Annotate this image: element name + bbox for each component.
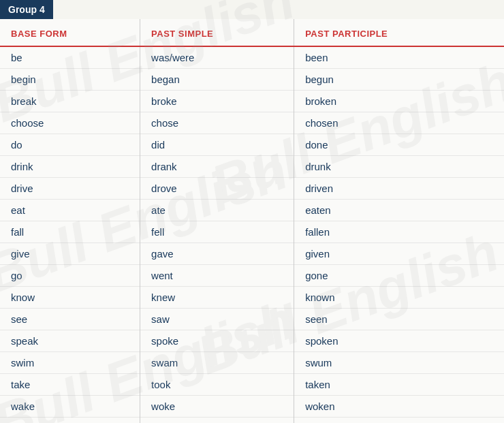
table-row: givegavegiven (0, 243, 504, 265)
table-row: dodiddone (0, 134, 504, 156)
cell-base-form: begin (0, 69, 140, 91)
cell-past-participle: woken (294, 396, 504, 418)
cell-base-form: be (0, 46, 140, 69)
cell-base-form: give (0, 243, 140, 265)
cell-past-simple: wrote (140, 418, 294, 424)
cell-past-participle: been (294, 46, 504, 69)
cell-past-simple: broke (140, 91, 294, 112)
cell-base-form: take (0, 374, 140, 396)
table-wrapper: BASE FORM PAST SIMPLE PAST PARTICIPLE be… (0, 19, 504, 423)
cell-past-simple: spoke (140, 330, 294, 352)
table-row: knowknewknown (0, 287, 504, 309)
cell-past-simple: saw (140, 309, 294, 330)
table-row: eatateeaten (0, 200, 504, 221)
cell-past-participle: gone (294, 265, 504, 287)
cell-base-form: choose (0, 112, 140, 134)
cell-past-participle: chosen (294, 112, 504, 134)
cell-past-participle: taken (294, 374, 504, 396)
header-base-form: BASE FORM (0, 19, 140, 46)
cell-past-simple: took (140, 374, 294, 396)
cell-base-form: know (0, 287, 140, 309)
cell-past-simple: drank (140, 156, 294, 178)
cell-past-participle: done (294, 134, 504, 156)
cell-past-simple: began (140, 69, 294, 91)
table-row: breakbrokebroken (0, 91, 504, 112)
table-row: drinkdrankdrunk (0, 156, 504, 178)
cell-past-participle: swum (294, 352, 504, 374)
cell-base-form: drive (0, 178, 140, 200)
cell-past-participle: eaten (294, 200, 504, 221)
cell-past-participle: fallen (294, 221, 504, 243)
cell-base-form: drink (0, 156, 140, 178)
cell-past-participle: seen (294, 309, 504, 330)
cell-past-participle: written (294, 418, 504, 424)
cell-base-form: see (0, 309, 140, 330)
page-container: Bull English Bull English Bull English B… (0, 0, 504, 423)
table-row: choosechosechosen (0, 112, 504, 134)
cell-past-simple: went (140, 265, 294, 287)
table-row: writewrotewritten (0, 418, 504, 424)
cell-past-simple: gave (140, 243, 294, 265)
table-row: gowentgone (0, 265, 504, 287)
table-row: drivedrovedriven (0, 178, 504, 200)
cell-base-form: go (0, 265, 140, 287)
cell-past-participle: broken (294, 91, 504, 112)
cell-past-simple: was/were (140, 46, 294, 69)
cell-past-simple: woke (140, 396, 294, 418)
cell-past-simple: did (140, 134, 294, 156)
cell-base-form: eat (0, 200, 140, 221)
table-row: fallfellfallen (0, 221, 504, 243)
header-past-simple: PAST SIMPLE (140, 19, 294, 46)
cell-past-simple: ate (140, 200, 294, 221)
cell-past-participle: known (294, 287, 504, 309)
irregular-verbs-table: BASE FORM PAST SIMPLE PAST PARTICIPLE be… (0, 19, 504, 423)
cell-past-simple: drove (140, 178, 294, 200)
cell-base-form: break (0, 91, 140, 112)
cell-past-participle: begun (294, 69, 504, 91)
cell-base-form: speak (0, 330, 140, 352)
table-row: speakspokespoken (0, 330, 504, 352)
cell-past-participle: given (294, 243, 504, 265)
cell-base-form: do (0, 134, 140, 156)
cell-base-form: wake (0, 396, 140, 418)
header-past-participle: PAST PARTICIPLE (294, 19, 504, 46)
table-body: bewas/werebeenbeginbeganbegunbreakbrokeb… (0, 46, 504, 423)
table-row: beginbeganbegun (0, 69, 504, 91)
table-row: wakewokewoken (0, 396, 504, 418)
cell-base-form: write (0, 418, 140, 424)
cell-past-simple: knew (140, 287, 294, 309)
cell-past-participle: spoken (294, 330, 504, 352)
cell-base-form: fall (0, 221, 140, 243)
cell-past-participle: driven (294, 178, 504, 200)
group-header: Group 4 (0, 0, 53, 19)
cell-past-participle: drunk (294, 156, 504, 178)
table-row: seesawseen (0, 309, 504, 330)
cell-past-simple: swam (140, 352, 294, 374)
table-header-row: BASE FORM PAST SIMPLE PAST PARTICIPLE (0, 19, 504, 46)
cell-past-simple: fell (140, 221, 294, 243)
cell-past-simple: chose (140, 112, 294, 134)
table-row: swimswamswum (0, 352, 504, 374)
cell-base-form: swim (0, 352, 140, 374)
table-row: bewas/werebeen (0, 46, 504, 69)
table-row: taketooktaken (0, 374, 504, 396)
